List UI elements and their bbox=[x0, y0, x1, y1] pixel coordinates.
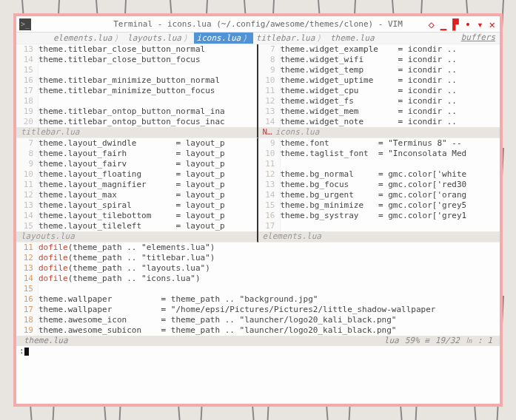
code-line[interactable]: 18theme.awesome_icon = theme_path .. "la… bbox=[16, 315, 500, 325]
code-line[interactable]: 12dofile(theme_path .. "titlebar.lua") bbox=[16, 253, 500, 263]
code-line[interactable]: 8theme.widget_wifi = icondir .. bbox=[258, 55, 500, 65]
window-titlebar: >_ Terminal - icons.lua (~/.config/aweso… bbox=[16, 16, 500, 33]
code-line[interactable]: 13theme.widget_mem = icondir .. bbox=[258, 106, 500, 117]
code-line[interactable]: 19theme.titlebar_ontop_button_normal_ina bbox=[16, 106, 257, 117]
code-line[interactable]: 16theme.titlebar_minimize_button_normal bbox=[16, 75, 257, 86]
code-line[interactable]: 13dofile(theme_path .. "layouts.lua") bbox=[16, 263, 500, 274]
pane-theme-lua[interactable]: 11dofile(theme_path .. "elements.lua")12… bbox=[16, 243, 500, 336]
code-line[interactable]: 9theme.layout_fairv = layout_p bbox=[16, 159, 257, 169]
code-line[interactable]: 13theme.layout_spiral = layout_p bbox=[16, 200, 257, 211]
pane-titlebar-lua[interactable]: 13theme.titlebar_close_button_normal 14t… bbox=[16, 44, 258, 138]
maximize-icon[interactable]: ▛ bbox=[452, 18, 458, 30]
pane-status-layouts: layouts.lua bbox=[16, 231, 257, 242]
code-line[interactable]: 14dofile(theme_path .. "icons.lua") bbox=[16, 274, 500, 284]
tab-icons[interactable]: icons.lua⟩ bbox=[194, 33, 253, 44]
code-line[interactable]: 18 bbox=[16, 96, 257, 106]
code-line[interactable]: 11theme.layout_magnifier = layout_p bbox=[16, 180, 257, 190]
pane-status-titlebar: titlebar.lua bbox=[16, 127, 257, 138]
code-line[interactable]: 11theme.widget_cpu = icondir .. bbox=[258, 86, 500, 96]
tab-theme[interactable]: theme.lua bbox=[327, 33, 379, 44]
status-percent: 59% ≡ bbox=[402, 336, 432, 346]
editor-area[interactable]: 13theme.titlebar_close_button_normal 14t… bbox=[16, 44, 500, 404]
code-line[interactable]: 8theme.layout_fairh = layout_p bbox=[16, 149, 257, 159]
tab-elements[interactable]: elements.lua⟩ bbox=[50, 33, 124, 44]
pane-icons-lua[interactable]: 7theme.widget_example = icondir ..8theme… bbox=[258, 44, 500, 138]
tab-layouts[interactable]: layouts.lua⟩ bbox=[124, 33, 193, 44]
code-line[interactable]: 15theme.layout_tileleft = layout_p bbox=[16, 221, 257, 231]
code-line[interactable]: 20theme.titlebar_ontop_button_focus_inac bbox=[16, 117, 257, 127]
code-line[interactable]: 12theme.layout_max = layout_p bbox=[16, 190, 257, 200]
statusline: theme.lua lua 59% ≡ 19/32 ㏑ : 1 bbox=[16, 336, 500, 346]
status-filetype: lua bbox=[381, 336, 402, 346]
code-line[interactable]: 10theme.layout_floating = layout_p bbox=[16, 169, 257, 180]
code-line[interactable]: 17theme.wallpaper = "/home/epsi/Pictures… bbox=[16, 305, 500, 315]
code-line[interactable]: 13theme.bg_focus = gmc.color['red30 bbox=[258, 180, 500, 190]
code-line[interactable]: 9theme.widget_temp = icondir .. bbox=[258, 65, 500, 75]
code-line[interactable]: 19theme.awesome_subicon = theme_path .. … bbox=[16, 325, 500, 336]
pane-status-elements: elements.lua bbox=[258, 231, 500, 242]
sticky-icon[interactable]: • bbox=[465, 18, 471, 30]
dropdown-icon[interactable]: ▾ bbox=[477, 18, 483, 30]
code-line[interactable]: 11 bbox=[258, 159, 500, 169]
tab-titlebar[interactable]: titlebar.lua⟩ bbox=[253, 33, 327, 44]
minimize-icon[interactable]: ▁ bbox=[440, 18, 446, 30]
code-line[interactable]: 7theme.layout_dwindle = layout_p bbox=[16, 138, 257, 149]
code-line[interactable]: 12theme.bg_normal = gmc.color['white bbox=[258, 169, 500, 180]
code-line[interactable]: 15theme.bg_minimize = gmc.color['grey5 bbox=[258, 200, 500, 211]
code-line[interactable]: 13theme.titlebar_close_button_normal bbox=[16, 44, 257, 55]
cmd-prompt: : bbox=[19, 346, 24, 356]
code-line[interactable]: 7theme.widget_example = icondir .. bbox=[258, 44, 500, 55]
window-title: Terminal - icons.lua (~/.config/awesome/… bbox=[16, 19, 500, 29]
code-line[interactable]: 14theme.titlebar_close_button_focus bbox=[16, 55, 257, 65]
code-line[interactable]: 14theme.widget_note = icondir .. bbox=[258, 117, 500, 127]
pane-layouts-lua[interactable]: 7theme.layout_dwindle = layout_p8theme.l… bbox=[16, 138, 258, 243]
ontop-icon[interactable]: ◇ bbox=[428, 18, 434, 30]
code-line[interactable]: 16theme.bg_systray = gmc.color['grey1 bbox=[258, 211, 500, 221]
cursor bbox=[24, 348, 29, 356]
status-position: 19/32 ㏑ : 1 bbox=[432, 336, 495, 346]
code-line[interactable]: 17theme.titlebar_minimize_button_focus bbox=[16, 86, 257, 96]
terminal-window: >_ Terminal - icons.lua (~/.config/aweso… bbox=[13, 13, 503, 407]
pane-elements-lua[interactable]: 9theme.font = "Terminus 8" --10theme.tag… bbox=[258, 138, 500, 243]
code-line[interactable]: 10theme.widget_uptime = icondir .. bbox=[258, 75, 500, 86]
pane-status-icons: N…icons.lua bbox=[258, 127, 500, 138]
app-menu-icon[interactable]: >_ bbox=[19, 18, 31, 30]
code-line[interactable]: 14theme.layout_tilebottom = layout_p bbox=[16, 211, 257, 221]
buffer-tabline: elements.lua⟩ layouts.lua⟩ icons.lua⟩ ti… bbox=[16, 33, 500, 44]
close-icon[interactable]: ✕ bbox=[489, 18, 495, 30]
code-line[interactable]: 14theme.bg_urgent = gmc.color['orang bbox=[258, 190, 500, 200]
code-line[interactable]: 11dofile(theme_path .. "elements.lua") bbox=[16, 243, 500, 253]
command-line[interactable]: : bbox=[16, 346, 500, 356]
code-line[interactable]: 17 bbox=[258, 221, 500, 231]
code-line[interactable]: 15 bbox=[16, 65, 257, 75]
tabline-buffers-label[interactable]: buffers bbox=[461, 33, 500, 44]
code-line[interactable]: 9theme.font = "Terminus 8" -- bbox=[258, 138, 500, 149]
code-line[interactable]: 16theme.wallpaper = theme_path .. "backg… bbox=[16, 294, 500, 305]
status-filename: theme.lua bbox=[21, 336, 71, 346]
code-line[interactable]: 12theme.widget_fs = icondir .. bbox=[258, 96, 500, 106]
code-line[interactable]: 15 bbox=[16, 284, 500, 294]
code-line[interactable]: 10theme.taglist_font = "Inconsolata Med bbox=[258, 149, 500, 159]
